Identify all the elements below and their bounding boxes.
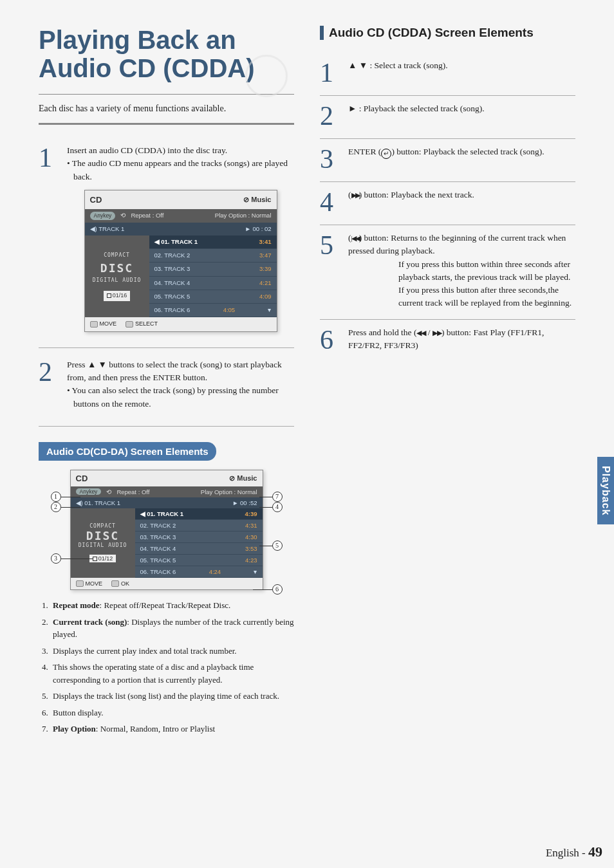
- track-counter: 01/16: [104, 291, 131, 301]
- step-number: 5: [320, 232, 339, 310]
- legend-item: Displays the current play index and tota…: [50, 645, 294, 658]
- step-text: () button: Returns to the beginning of t…: [348, 232, 575, 310]
- disc-logo: COMPACT DISC DIGITAL AUDIO: [93, 252, 142, 284]
- track-row: 06. TRACK 64:24 ▾: [135, 566, 263, 578]
- repeat-label: Repeat : Off: [131, 211, 163, 220]
- current-track-label: ◀) TRACK 1: [90, 225, 125, 234]
- annotated-screenshot: CD ⊘ Music Anykey ⟲ Repeat : Off Play Op…: [51, 470, 283, 591]
- fastforward-icon: [433, 328, 442, 337]
- step-subtext: • The audio CD menu appears and the trac…: [67, 157, 294, 183]
- playopt-label: Play Option : Normal: [215, 211, 272, 220]
- track-row: 04. TRACK 44:21: [149, 277, 277, 290]
- footer-ok: OK: [111, 580, 129, 587]
- step-number: 1: [320, 59, 339, 86]
- callout-6: 6: [272, 584, 283, 595]
- track-row: 04. TRACK 43:53: [135, 543, 263, 555]
- track-row: ◀ 01. TRACK 13:41: [149, 235, 277, 249]
- step-number: 6: [320, 326, 339, 353]
- panel-mode: ⊘ Music: [243, 194, 271, 205]
- panel-title: CD: [76, 474, 88, 483]
- step-text: Press and hold the ( / ) button: Fast Pl…: [348, 326, 575, 353]
- anykey-pill: Anykey: [90, 212, 116, 220]
- track-list: ◀ 01. TRACK 14:39 02. TRACK 24:31 03. TR…: [135, 508, 263, 578]
- step-number: 1: [39, 144, 58, 332]
- step-text: Insert an audio CD (CDDA) into the disc …: [67, 144, 294, 157]
- step-continuation: If you press this button within three se…: [348, 258, 575, 310]
- disc-logo: COMPACT DISC DIGITAL AUDIO: [79, 523, 127, 548]
- legend-item: This shows the operating state of a disc…: [50, 661, 294, 686]
- callout-4: 4: [272, 502, 283, 512]
- track-row: 02. TRACK 23:47: [149, 249, 277, 263]
- callout-2: 2: [51, 502, 61, 512]
- track-row: 03. TRACK 33:39: [149, 263, 277, 276]
- step-text: ► : Playback the selected track (song).: [348, 102, 575, 129]
- right-step-4: 4 () button: Playback the next track.: [320, 182, 575, 225]
- step-text: ENTER () button: Playback the selected t…: [348, 145, 575, 172]
- step-number: 2: [39, 358, 58, 411]
- divider: [39, 123, 294, 125]
- footer-move: MOVE: [90, 320, 117, 329]
- current-track-label: ◀) 01. TRACK 1: [76, 499, 121, 506]
- section-heading: Audio CD(CD-DA) Screen Elements: [39, 442, 216, 461]
- legend-item: Button display.: [50, 706, 294, 719]
- legend-item: Play Option: Normal, Random, Intro or Pl…: [50, 723, 294, 735]
- right-step-6: 6 Press and hold the ( / ) button: Fast …: [320, 320, 575, 362]
- footer-select: SELECT: [126, 320, 158, 329]
- repeat-label: Repeat : Off: [116, 488, 149, 495]
- step-text: ▲ ▼ : Select a track (song).: [348, 59, 575, 86]
- legend-item: Current track (song): Displays the numbe…: [50, 616, 294, 641]
- playopt-label: Play Option : Normal: [201, 488, 257, 495]
- callout-5: 5: [272, 540, 283, 551]
- right-step-1: 1 ▲ ▼ : Select a track (song).: [320, 53, 575, 96]
- footer-move: MOVE: [76, 580, 103, 587]
- callout-1: 1: [51, 492, 61, 502]
- track-row: 05. TRACK 54:09: [149, 290, 277, 304]
- step-subtext: • You can also select the track (song) b…: [67, 384, 294, 411]
- rewind-icon: [416, 328, 425, 337]
- cd-player-screenshot-1: CD ⊘ Music Anykey ⟲ Repeat : Off Play Op…: [84, 190, 277, 332]
- step-2: 2 Press ▲ ▼ buttons to select the track …: [39, 352, 294, 427]
- repeat-icon: ⟲: [106, 488, 111, 495]
- intro-text: Each disc has a variety of menu function…: [39, 104, 294, 114]
- legend-item: Repeat mode: Repeat off/Repeat Track/Rep…: [50, 599, 294, 612]
- enter-icon: [381, 149, 391, 159]
- next-track-icon: [351, 190, 359, 199]
- step-text: () button: Playback the next track.: [348, 189, 575, 216]
- track-row: 06. TRACK 64:05 ▾: [149, 304, 277, 317]
- page-title: Playing Back an Audio CD (CDDA): [39, 26, 294, 95]
- callout-legend: Repeat mode: Repeat off/Repeat Track/Rep…: [39, 599, 294, 735]
- callout-7: 7: [272, 492, 283, 502]
- step-text: Press ▲ ▼ buttons to select the track (s…: [67, 358, 294, 385]
- panel-mode: ⊘ Music: [229, 474, 257, 483]
- prev-track-icon: [351, 233, 359, 243]
- side-tab: Playback: [597, 457, 614, 524]
- track-list: ◀ 01. TRACK 13:41 02. TRACK 23:47 03. TR…: [149, 235, 277, 318]
- track-row: 02. TRACK 24:31: [135, 520, 263, 531]
- track-row: 03. TRACK 34:30: [135, 531, 263, 543]
- step-number: 4: [320, 189, 339, 216]
- legend-item: Displays the track list (song list) and …: [50, 690, 294, 703]
- track-counter: 01/12: [89, 555, 116, 562]
- repeat-icon: ⟲: [120, 211, 126, 220]
- elapsed-time: ► 00 :52: [232, 499, 257, 506]
- step-1: 1 Insert an audio CD (CDDA) into the dis…: [39, 138, 294, 348]
- right-step-5: 5 () button: Returns to the beginning of…: [320, 225, 575, 320]
- callout-3: 3: [51, 553, 61, 564]
- right-step-3: 3 ENTER () button: Playback the selected…: [320, 139, 575, 182]
- track-row: 05. TRACK 54:23: [135, 555, 263, 566]
- panel-title: CD: [90, 194, 102, 207]
- heading-bar-icon: [320, 26, 324, 40]
- page-footer: English - 49: [546, 844, 602, 860]
- right-section-heading: Audio CD (CDDA) Screen Elements: [320, 26, 575, 40]
- step-number: 3: [320, 145, 339, 172]
- right-step-2: 2 ► : Playback the selected track (song)…: [320, 96, 575, 139]
- track-row: ◀ 01. TRACK 14:39: [135, 508, 263, 520]
- step-number: 2: [320, 102, 339, 129]
- anykey-pill: Anykey: [76, 488, 102, 495]
- elapsed-time: ► 00 : 02: [245, 225, 271, 234]
